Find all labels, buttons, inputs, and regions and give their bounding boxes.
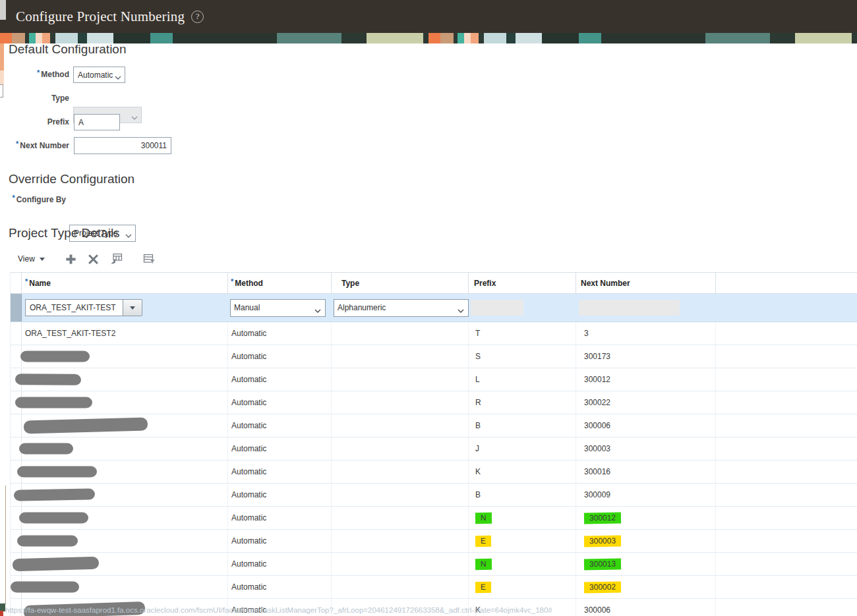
type-cell <box>332 507 469 529</box>
background-window-artifact <box>0 70 4 84</box>
prefix-cell: N <box>469 553 576 575</box>
background-window-artifact <box>0 486 6 604</box>
type-cell <box>332 391 469 414</box>
type-cell <box>332 553 469 575</box>
next-number-column-header[interactable]: Next Number <box>576 273 716 293</box>
method-cell: Automatic <box>228 345 332 368</box>
next-number-value: 300012 <box>584 512 621 524</box>
browser-status-url: https://fa-ewqw-test-saasfaprod1.fa.ocs.… <box>5 606 552 614</box>
next-number-cell: 300006 <box>576 414 716 437</box>
prefix-value: E <box>475 581 491 592</box>
method-value: Automatic <box>231 490 266 499</box>
method-column-header[interactable]: *Method <box>228 273 332 293</box>
prefix-cell: B <box>469 484 576 506</box>
row-selector-cell[interactable] <box>11 322 22 345</box>
method-row-select[interactable]: Manual <box>230 299 326 317</box>
table-row[interactable]: Automatic S 300173 <box>11 345 857 368</box>
table-row[interactable]: Automatic R 300022 <box>11 391 857 414</box>
next-number-cell: 300173 <box>576 345 716 368</box>
x-icon <box>88 254 99 265</box>
method-select[interactable]: Automatic <box>73 67 125 83</box>
prefix-value: N <box>475 558 492 569</box>
row-header-column <box>11 273 22 293</box>
prefix-label: Prefix <box>0 117 69 126</box>
name-column-header[interactable]: *Name <box>22 273 228 293</box>
row-selector-cell[interactable] <box>11 414 22 437</box>
next-number-value: 300009 <box>584 490 610 499</box>
empty-cell <box>716 576 857 598</box>
method-cell: Automatic <box>228 391 332 414</box>
next-number-cell: 3 <box>576 322 716 345</box>
next-number-cell: 300016 <box>576 461 716 483</box>
table-row[interactable]: Automatic N 300013 <box>11 553 857 576</box>
table-row[interactable]: Automatic E 300003 <box>11 530 857 553</box>
name-combobox-input[interactable]: ORA_TEST_AKIT-TEST <box>25 299 123 316</box>
method-cell: Automatic <box>228 414 332 437</box>
type-row-select[interactable]: Alphanumeric <box>334 299 469 317</box>
chevron-down-icon <box>458 306 464 316</box>
next-number-value: 300002 <box>584 581 621 593</box>
next-number-cell: 300003 <box>576 437 716 460</box>
prefix-cell: S <box>469 345 576 368</box>
override-configuration-heading: Override Configuration <box>9 172 134 186</box>
table-row[interactable]: Automatic J 300003 <box>11 437 857 461</box>
detach-button[interactable] <box>110 253 123 265</box>
next-number-cell: 300003 <box>576 530 716 552</box>
prefix-value: S <box>475 352 481 361</box>
prefix-input[interactable] <box>74 114 120 130</box>
method-value: Automatic <box>231 582 266 592</box>
page-title: Configure Project Numbering <box>16 9 185 25</box>
delete-row-button[interactable] <box>88 254 99 265</box>
type-cell <box>332 414 469 437</box>
next-number-value: 3 <box>584 329 589 338</box>
empty-cell <box>716 345 857 368</box>
next-number-cell: 300006 <box>576 599 716 616</box>
empty-cell <box>716 391 857 414</box>
empty-cell <box>716 484 857 506</box>
help-icon[interactable]: ? <box>191 11 204 23</box>
prefix-cell: E <box>469 576 576 598</box>
prefix-cell: B <box>469 414 576 437</box>
project-type-details-heading: Project Type Details <box>9 226 120 240</box>
query-by-example-button[interactable] <box>143 254 156 264</box>
type-column-header[interactable]: Type <box>332 273 469 293</box>
add-row-button[interactable] <box>65 254 76 265</box>
table-row[interactable]: Automatic K 300016 <box>11 461 857 484</box>
next-number-input[interactable] <box>74 137 171 154</box>
empty-cell <box>716 507 857 529</box>
view-menu-button[interactable]: View <box>18 254 45 264</box>
prefix-value: R <box>475 398 481 407</box>
method-cell: Automatic <box>228 507 332 529</box>
table-row-selected-editing[interactable]: ORA_TEST_AKIT-TEST Manual Alphanumeric <box>11 294 857 322</box>
row-selector-cell[interactable] <box>11 294 22 322</box>
next-number-value: 300013 <box>584 558 621 570</box>
empty-cell <box>716 530 857 552</box>
table-row[interactable]: Automatic L 300012 <box>11 368 857 391</box>
table-row[interactable]: Automatic N 300012 <box>11 507 857 530</box>
table-row[interactable]: Automatic E 300002 <box>11 576 857 599</box>
table-row[interactable]: ORA_TEST_AKIT-TEST2 Automatic T 3 <box>11 322 857 345</box>
next-number-cell: 300002 <box>576 576 716 598</box>
prefix-column-header[interactable]: Prefix <box>469 273 576 293</box>
chevron-down-icon <box>130 306 135 310</box>
background-window-artifact <box>0 84 3 98</box>
method-value: Automatic <box>231 559 266 569</box>
next-number-value: 300173 <box>584 352 610 361</box>
chevron-down-icon <box>40 258 45 261</box>
table-header-row: *Name *Method Type Prefix Next Number <box>11 272 857 294</box>
empty-column-header <box>716 273 857 293</box>
type-cell <box>332 530 469 552</box>
table-row[interactable]: Automatic B 300009 <box>11 484 857 507</box>
next-number-value: 300012 <box>584 375 610 384</box>
empty-cell <box>716 368 857 391</box>
type-cell <box>332 322 469 345</box>
next-number-value: 300006 <box>584 421 610 430</box>
type-cell <box>332 461 469 483</box>
method-label: *Method <box>0 70 69 79</box>
table-filter-icon <box>143 254 156 264</box>
name-combobox-dropdown-button[interactable] <box>123 299 142 316</box>
table-row[interactable]: Automatic B 300006 <box>11 414 857 437</box>
name-combobox[interactable]: ORA_TEST_AKIT-TEST <box>25 299 142 316</box>
next-number-value: 300006 <box>584 605 610 615</box>
table-body: ORA_TEST_AKIT-TEST2 Automatic T 3 Automa… <box>11 322 857 616</box>
